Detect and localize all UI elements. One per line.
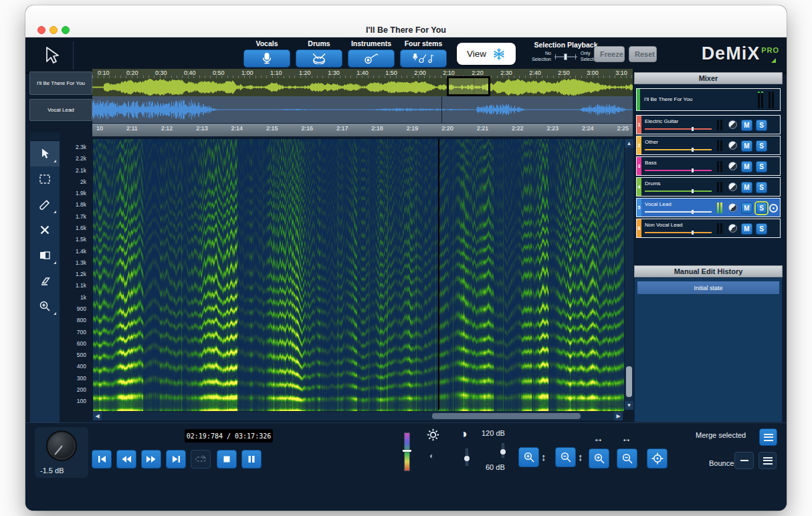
mute-button[interactable]: M xyxy=(741,223,752,235)
marquee-select-tool[interactable] xyxy=(30,166,60,192)
solo-button[interactable]: S xyxy=(756,140,767,152)
slider-handle[interactable] xyxy=(564,53,567,60)
master-track-row[interactable]: I'll Be There For You xyxy=(636,88,781,111)
mute-button[interactable]: M xyxy=(741,161,752,172)
track-volume-slider[interactable] xyxy=(645,190,712,192)
slider-handle[interactable] xyxy=(500,449,506,455)
volume-handle[interactable] xyxy=(692,210,694,214)
overview-waveform[interactable] xyxy=(92,78,633,96)
zoom-tool[interactable] xyxy=(30,293,60,319)
colormap-handle[interactable] xyxy=(403,450,411,452)
mixer-track-row[interactable]: 4 Drums M S xyxy=(636,177,781,197)
slider-handle[interactable] xyxy=(464,456,470,461)
eraser-tool[interactable] xyxy=(30,268,60,293)
mixer-track-row-selected[interactable]: 5 Vocal Lead M S xyxy=(636,198,781,217)
volume-handle[interactable] xyxy=(692,127,694,131)
vocals-stem-button[interactable] xyxy=(243,49,290,68)
selection-playback-slider[interactable] xyxy=(554,53,577,61)
delete-selection-tool[interactable] xyxy=(30,217,60,243)
overview-track-label[interactable]: I'll Be There For You xyxy=(29,72,92,95)
pause-button[interactable] xyxy=(241,450,262,469)
app-cursor-logo[interactable] xyxy=(31,41,74,70)
zoom-in-horizontal-button[interactable] xyxy=(589,448,609,469)
drums-stem-button[interactable] xyxy=(296,49,342,68)
horizontal-scroll-thumb[interactable] xyxy=(432,413,581,419)
db-range-slider[interactable] xyxy=(502,443,504,458)
instruments-stem-button[interactable] xyxy=(348,49,395,68)
brush-tool[interactable] xyxy=(30,192,60,217)
overview-selection-box[interactable] xyxy=(447,76,490,96)
track-volume-slider[interactable] xyxy=(645,211,712,213)
vocal-track-label[interactable]: Vocal Lead xyxy=(29,99,92,121)
merge-menu-button[interactable] xyxy=(759,428,777,446)
solo-button-active[interactable]: S xyxy=(756,203,767,214)
solo-button[interactable]: S xyxy=(756,120,767,131)
contrast-slider[interactable] xyxy=(466,448,468,466)
pan-knob-icon[interactable] xyxy=(728,120,737,129)
spectrogram-view[interactable] xyxy=(92,138,623,410)
mute-button[interactable]: M xyxy=(741,203,752,214)
overview-strip[interactable]: 0:100:200:300:400:501:001:101:201:301:40… xyxy=(92,69,633,96)
brightness-icon[interactable]: ◐ xyxy=(429,451,434,461)
mixer-track-row[interactable]: 2 Other M S xyxy=(636,136,781,155)
volume-handle[interactable] xyxy=(692,189,694,193)
skip-end-button[interactable] xyxy=(166,450,186,469)
zoom-ruler[interactable]: 102:112:122:132:142:152:162:172:182:192:… xyxy=(92,124,633,136)
pan-knob-icon[interactable] xyxy=(728,141,737,150)
vocal-waveform-canvas[interactable] xyxy=(92,96,633,123)
horizontal-scrollbar[interactable]: ◀ ▶ xyxy=(92,411,623,421)
stop-button[interactable] xyxy=(217,450,237,469)
mute-button[interactable]: M xyxy=(741,182,752,193)
track-volume-slider[interactable] xyxy=(645,149,712,150)
pan-knob-icon[interactable] xyxy=(728,162,737,170)
rewind-button[interactable] xyxy=(116,450,136,469)
mute-button[interactable]: M xyxy=(741,120,752,131)
zoom-fit-selection-button[interactable] xyxy=(647,448,668,469)
scroll-left-button[interactable]: ◀ xyxy=(93,412,102,420)
reset-button[interactable]: Reset xyxy=(629,46,657,62)
zoom-out-horizontal-button[interactable] xyxy=(617,448,637,469)
zoom-out-vertical-button[interactable] xyxy=(555,447,576,467)
zoom-in-vertical-button[interactable] xyxy=(518,447,539,467)
pointer-tool[interactable] xyxy=(30,141,60,166)
pan-knob-icon[interactable] xyxy=(728,224,737,233)
history-item[interactable]: Initial state xyxy=(637,281,779,294)
split-view-tool[interactable] xyxy=(30,243,60,268)
contrast-icon[interactable]: ◑ xyxy=(460,427,468,441)
pan-knob-icon[interactable] xyxy=(728,203,737,212)
scroll-down-button[interactable]: ▼ xyxy=(625,401,633,410)
solo-button[interactable]: S xyxy=(756,182,767,193)
mute-button[interactable]: M xyxy=(741,140,752,152)
focus-icon[interactable] xyxy=(769,204,778,213)
colormap-slider[interactable] xyxy=(404,432,410,471)
overview-ruler[interactable]: 0:100:200:300:400:501:001:101:201:301:40… xyxy=(92,69,633,78)
loop-button[interactable] xyxy=(191,450,211,469)
track-volume-slider[interactable] xyxy=(645,232,712,233)
vertical-scrollbar[interactable]: ▲ ▼ xyxy=(624,138,634,410)
volume-handle[interactable] xyxy=(692,231,694,235)
view-button[interactable]: View xyxy=(457,43,516,65)
mixer-track-row[interactable]: 6 Non Vocal Lead M S xyxy=(636,219,781,238)
spectrogram-canvas[interactable] xyxy=(93,139,624,411)
mixer-track-row[interactable]: 3 Bass M S xyxy=(636,156,781,176)
skip-start-button[interactable] xyxy=(92,450,112,469)
fast-forward-button[interactable] xyxy=(141,450,161,469)
settings-gear-icon[interactable] xyxy=(427,428,439,444)
vertical-scroll-thumb[interactable] xyxy=(626,366,632,397)
bounce-menu-button[interactable] xyxy=(758,452,777,469)
freeze-button[interactable]: Freeze xyxy=(594,46,625,62)
vocal-lead-strip[interactable] xyxy=(92,96,633,123)
scroll-right-button[interactable]: ▶ xyxy=(614,412,623,420)
overview-waveform-canvas[interactable] xyxy=(92,78,633,96)
volume-knob[interactable] xyxy=(46,430,77,461)
volume-handle[interactable] xyxy=(692,168,694,172)
solo-button[interactable]: S xyxy=(756,223,767,235)
mixer-track-row[interactable]: 1 Electric Guitar M S xyxy=(636,115,781,134)
pan-knob-icon[interactable] xyxy=(728,182,737,191)
track-volume-slider[interactable] xyxy=(645,128,712,130)
four-stems-button[interactable] xyxy=(400,49,447,68)
bounce-minus-button[interactable] xyxy=(734,452,754,469)
volume-handle[interactable] xyxy=(692,148,694,152)
track-volume-slider[interactable] xyxy=(645,170,712,171)
solo-button[interactable]: S xyxy=(756,161,767,172)
